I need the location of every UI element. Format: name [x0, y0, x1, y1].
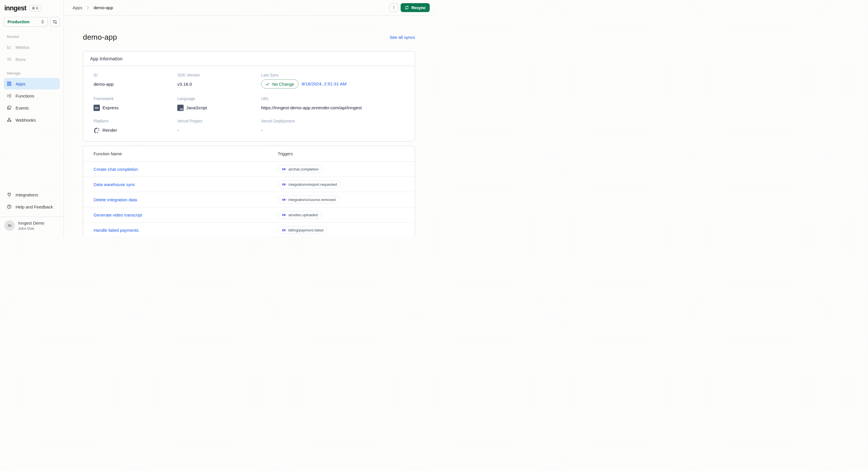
see-all-syncs-link[interactable]: See all syncs	[390, 35, 415, 40]
field-label-url: URL	[261, 96, 404, 101]
command-k-shortcut[interactable]: ⌘ K	[29, 5, 41, 11]
sidebar-item-label: Apps	[16, 81, 25, 86]
event-pulse-icon	[282, 198, 286, 202]
field-value-id: demo-app	[94, 81, 177, 88]
function-link[interactable]: Data warehouse sync	[94, 182, 278, 187]
breadcrumb-current: demo-app	[94, 5, 113, 10]
events-icon	[7, 105, 12, 110]
app-information-card: App Information ID demo-app SDK Version …	[83, 51, 415, 141]
app-actions-menu-button[interactable]	[390, 3, 398, 12]
sidebar-item-integrations[interactable]: Integrations	[4, 189, 60, 200]
sidebar-item-events[interactable]: Events	[4, 102, 60, 113]
field-value-vercel-project: -	[177, 127, 261, 133]
runs-icon	[7, 57, 12, 62]
trigger-badge: billing/payment.failed	[278, 226, 327, 234]
field-label-platform: Platform	[94, 119, 177, 123]
field-value-vercel-deployment: -	[261, 127, 404, 133]
javascript-icon: JS	[177, 105, 184, 111]
sidebar-item-label: Webhooks	[16, 117, 36, 123]
function-link[interactable]: Generate video transcript	[94, 212, 278, 217]
page-title: demo-app	[83, 33, 117, 42]
table-row: Delete integration data integrations/sou…	[83, 192, 415, 207]
sidebar-item-metrics[interactable]: Metrics	[4, 41, 60, 53]
sidebar-item-label: Events	[16, 105, 29, 110]
question-circle-icon	[7, 204, 12, 209]
trigger-badge: integrations/source.removed	[278, 196, 340, 204]
trigger-name: ai/chat.completion	[288, 167, 319, 171]
trigger-name: integrations/source.removed	[288, 198, 336, 202]
sidebar-item-functions[interactable]: Functions	[4, 90, 60, 101]
sync-status-label: No Change	[272, 82, 294, 87]
render-icon	[94, 127, 100, 133]
table-row: Create chat completion ai/chat.completio…	[83, 162, 415, 177]
trigger-name: integrations/export.requested	[288, 182, 337, 187]
plug-icon	[7, 192, 12, 197]
field-label-id: ID	[94, 73, 177, 77]
field-value-platform: Render	[102, 128, 117, 133]
metrics-icon	[7, 44, 12, 50]
sidebar-item-label: Metrics	[16, 45, 29, 50]
field-label-last-sync: Last Sync	[261, 73, 404, 77]
table-row: Generate video transcript ai/video.uploa…	[83, 207, 415, 223]
chevron-right-icon	[86, 6, 90, 9]
user-menu[interactable]: IN Inngest Demo John Doe	[0, 217, 64, 236]
avatar: IN	[4, 220, 15, 231]
check-icon	[265, 82, 270, 86]
inngest-logo: inngest	[4, 4, 26, 12]
user-name: John Doe	[18, 226, 44, 231]
table-row: Handle failed payments billing/payment.f…	[83, 223, 415, 236]
sync-status-badge: No Change	[261, 79, 299, 89]
sidebar-nav: Monitor Metrics Runs Manage Apps Functio…	[0, 28, 64, 126]
sidebar: inngest ⌘ K Production Monitor Metrics R…	[0, 0, 64, 236]
trigger-badge: integrations/export.requested	[278, 180, 341, 188]
resync-label: Resync	[411, 5, 426, 10]
function-link[interactable]: Handle failed payments	[94, 228, 278, 233]
field-value-framework: Express	[102, 105, 119, 110]
webhooks-icon	[7, 117, 12, 123]
user-org: Inngest Demo	[18, 221, 44, 226]
chevron-up-down-icon	[40, 20, 45, 24]
sidebar-item-webhooks[interactable]: Webhooks	[4, 114, 60, 126]
last-sync-timestamp-link[interactable]: 8/16/2024, 2:51:31 AM	[302, 81, 346, 87]
sidebar-item-label: Functions	[16, 94, 34, 98]
sidebar-item-apps[interactable]: Apps	[4, 78, 60, 90]
sidebar-item-help[interactable]: Help and Feedback	[4, 201, 60, 212]
field-label-sdk-version: SDK Version	[177, 73, 261, 77]
trigger-badge: ai/chat.completion	[278, 165, 322, 173]
event-pulse-icon	[282, 228, 286, 232]
sidebar-item-label: Help and Feedback	[16, 204, 53, 209]
environment-selector[interactable]: Production	[4, 17, 48, 27]
environment-settings-button[interactable]	[50, 17, 60, 27]
sidebar-footer-nav: Integrations Help and Feedback	[0, 188, 64, 213]
field-value-language: JavaScript	[186, 105, 207, 110]
function-link[interactable]: Create chat completion	[94, 167, 278, 172]
trigger-name: ai/video.uploaded	[288, 213, 318, 217]
event-pulse-icon	[282, 182, 286, 187]
sidebar-item-label: Integrations	[16, 192, 38, 197]
sidebar-item-label: Runs	[16, 57, 26, 62]
breadcrumb-apps[interactable]: Apps	[72, 5, 82, 10]
field-value-sdk-version: v3.16.0	[177, 81, 261, 88]
column-header-function-name: Function Name	[94, 152, 278, 156]
kebab-icon	[392, 5, 396, 10]
sidebar-item-runs[interactable]: Runs	[4, 54, 60, 65]
trigger-name: billing/payment.failed	[288, 228, 323, 232]
app-detail-page: demo-app See all syncs App Information I…	[64, 15, 434, 236]
table-row: Data warehouse sync integrations/export.…	[83, 177, 415, 192]
column-header-triggers: Triggers	[278, 152, 408, 156]
event-pulse-icon	[282, 213, 286, 217]
functions-icon	[7, 93, 12, 98]
apps-grid-icon	[7, 81, 12, 86]
field-label-language: Language	[177, 96, 261, 101]
sliders-icon	[53, 20, 57, 24]
inngest-app: inngest ⌘ K Production Monitor Metrics R…	[0, 0, 434, 236]
refresh-icon	[405, 5, 409, 10]
functions-table: Function Name Triggers Create chat compl…	[83, 146, 415, 236]
main-area: Apps demo-app Resync demo-app See all sy…	[64, 0, 434, 236]
function-link[interactable]: Delete integration data	[94, 197, 278, 202]
nav-section-manage: Manage	[4, 66, 60, 78]
nav-section-monitor: Monitor	[4, 29, 60, 41]
field-label-framework: Framework	[94, 96, 177, 101]
express-icon: ex	[94, 105, 100, 111]
resync-button[interactable]: Resync	[401, 3, 430, 12]
